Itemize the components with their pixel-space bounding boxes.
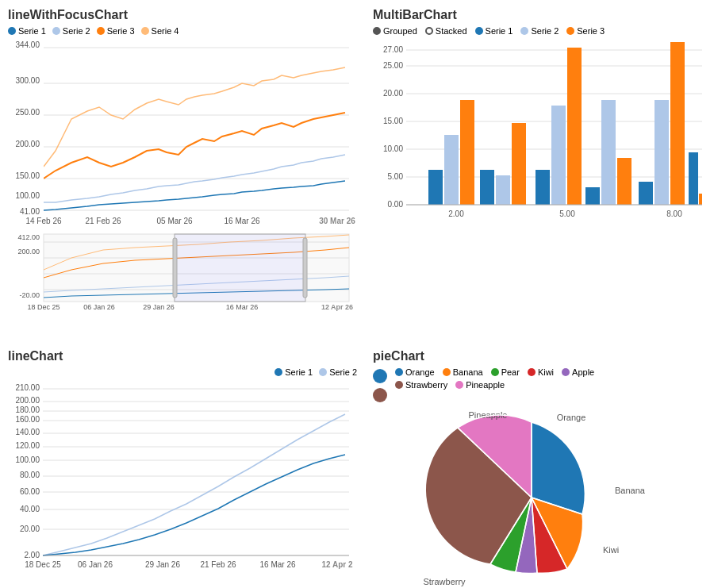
svg-rect-51 — [480, 170, 494, 205]
svg-rect-58 — [601, 100, 616, 205]
lwf-legend-4: Serie 4 — [141, 26, 179, 36]
svg-text:80.00: 80.00 — [20, 471, 40, 479]
pc-svg: Orange Banana Kiwi Strawberry Pineapple — [373, 406, 706, 588]
lwf-y-min: 41.00 — [20, 207, 40, 216]
svg-text:14 Feb 26: 14 Feb 26 — [25, 217, 61, 225]
svg-rect-61 — [654, 100, 669, 205]
svg-text:16 Mar 26: 16 Mar 26 — [259, 560, 295, 569]
svg-text:25.00: 25.00 — [383, 61, 403, 70]
pc-apple-dot — [562, 368, 570, 376]
lwf-label-2: Serie 2 — [63, 26, 90, 36]
lc-dot-1 — [274, 368, 282, 376]
svg-text:200.00: 200.00 — [15, 140, 40, 148]
mb-dot-3 — [566, 27, 574, 35]
stacked-label: Stacked — [436, 26, 467, 36]
mb-legend-s2: Serie 2 — [520, 26, 559, 36]
svg-text:-20.00: -20.00 — [19, 291, 40, 299]
svg-text:2.00: 2.00 — [448, 209, 464, 218]
multi-bar-chart: MultiBarChart Grouped Stacked Serie 1 Se… — [365, 0, 714, 341]
svg-text:10.00: 10.00 — [383, 144, 403, 153]
mb-svg: 27.00 25.00 20.00 15.00 10.00 5.00 0.00 — [373, 38, 706, 292]
svg-text:100.00: 100.00 — [15, 455, 40, 464]
svg-text:20.00: 20.00 — [383, 89, 403, 98]
svg-rect-63 — [689, 152, 698, 205]
line-with-focus-chart: lineWithFocusChart Serie 1 Serie 2 Serie… — [0, 0, 365, 341]
grouped-label: Grouped — [383, 26, 417, 36]
pc-apple-label: Apple — [572, 367, 594, 377]
lc-dot-2 — [319, 368, 327, 376]
lwf-label-1: Serie 1 — [18, 26, 46, 36]
svg-text:8.00: 8.00 — [666, 209, 682, 218]
svg-rect-50 — [460, 100, 474, 205]
svg-rect-55 — [551, 106, 566, 205]
svg-text:300.00: 300.00 — [15, 76, 40, 85]
lwf-svg: 344.00 300.00 250.00 200.00 150.00 100.0… — [8, 40, 357, 333]
pc-label-strawberry: Strawberry — [423, 577, 466, 586]
svg-text:29 Jan 26: 29 Jan 26 — [143, 303, 175, 311]
lc-legend-1: Serie 1 — [274, 367, 313, 377]
pc-title: pieChart — [373, 349, 706, 363]
svg-text:40.00: 40.00 — [20, 505, 40, 513]
svg-rect-28 — [303, 238, 307, 298]
pc-label-kiwi: Kiwi — [603, 545, 619, 555]
svg-text:60.00: 60.00 — [20, 487, 40, 496]
svg-text:05 Mar 26: 05 Mar 26 — [156, 217, 192, 225]
svg-text:120.00: 120.00 — [15, 441, 40, 450]
lwf-label-3: Serie 3 — [107, 26, 135, 36]
pc-big-dot-1 — [373, 369, 387, 383]
pc-legend-row1: Orange Banana Pear Kiwi — [395, 367, 594, 377]
svg-rect-0 — [44, 44, 349, 214]
svg-text:200.00: 200.00 — [15, 396, 40, 405]
svg-rect-27 — [173, 238, 177, 298]
svg-text:15.00: 15.00 — [383, 117, 403, 125]
svg-text:29 Jan 26: 29 Jan 26 — [145, 560, 180, 569]
mb-label-2: Serie 2 — [531, 26, 559, 36]
svg-rect-48 — [428, 170, 443, 205]
pc-big-dot-2 — [373, 388, 387, 402]
mb-label-1: Serie 1 — [486, 26, 513, 36]
svg-text:5.00: 5.00 — [559, 209, 575, 218]
svg-text:18 Dec 25: 18 Dec 25 — [27, 303, 60, 311]
svg-text:160.00: 160.00 — [15, 415, 40, 424]
svg-text:210.00: 210.00 — [15, 383, 40, 392]
grouped-radio — [373, 27, 381, 35]
svg-text:412.00: 412.00 — [17, 233, 40, 241]
mb-legend-grouped[interactable]: Grouped — [373, 26, 417, 36]
lwf-dot-2 — [52, 27, 60, 35]
lwf-label-4: Serie 4 — [152, 26, 179, 36]
svg-text:27.00: 27.00 — [383, 45, 403, 54]
pie-chart: pieChart Orange Banana — [365, 341, 714, 587]
svg-text:2.00: 2.00 — [25, 551, 40, 559]
svg-text:180.00: 180.00 — [15, 405, 40, 414]
svg-rect-26 — [175, 234, 305, 302]
svg-rect-62 — [670, 42, 685, 205]
lc-legend-2: Serie 2 — [319, 367, 357, 377]
pc-legend-row2: Strawberry Pineapple — [395, 380, 594, 390]
pc-pear-label: Pear — [501, 367, 520, 377]
mb-legend-stacked[interactable]: Stacked — [425, 26, 467, 36]
line-chart: lineChart Serie 1 Serie 2 210.00 200.00 … — [0, 341, 365, 587]
svg-rect-53 — [512, 123, 526, 205]
mb-legend-s1: Serie 1 — [475, 26, 513, 36]
svg-rect-59 — [617, 158, 631, 205]
svg-text:30 Mar 26: 30 Mar 26 — [319, 217, 355, 225]
svg-text:20.00: 20.00 — [20, 525, 40, 533]
svg-text:21 Feb 26: 21 Feb 26 — [85, 217, 121, 225]
svg-text:12 Apr 2: 12 Apr 2 — [321, 560, 353, 569]
lc-legend: Serie 1 Serie 2 — [8, 367, 357, 377]
lwf-dot-3 — [97, 27, 105, 35]
svg-text:16 Mar 26: 16 Mar 26 — [226, 303, 259, 311]
svg-rect-60 — [639, 182, 653, 205]
lwf-legend-1: Serie 1 — [8, 26, 46, 36]
mb-dot-1 — [475, 27, 483, 35]
lwf-legend-2: Serie 2 — [52, 26, 90, 36]
svg-rect-54 — [536, 170, 550, 205]
svg-rect-64 — [699, 194, 702, 205]
mb-title: MultiBarChart — [373, 8, 706, 22]
lc-label-1: Serie 1 — [285, 367, 313, 377]
pc-pear-dot — [491, 368, 499, 376]
lwf-title: lineWithFocusChart — [8, 8, 357, 22]
svg-text:100.00: 100.00 — [15, 191, 40, 200]
svg-text:06 Jan 26: 06 Jan 26 — [78, 560, 113, 569]
mb-legend: Grouped Stacked Serie 1 Serie 2 Serie 3 — [373, 26, 706, 36]
